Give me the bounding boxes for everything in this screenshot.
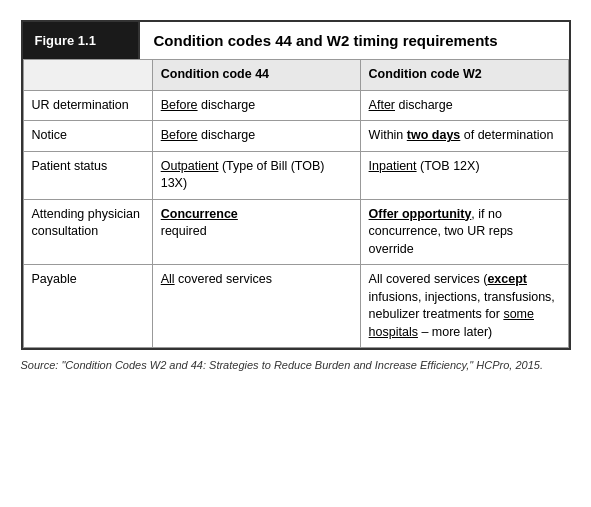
cell-physician-cc44: Concurrencerequired — [152, 199, 360, 265]
figure-title: Condition codes 44 and W2 timing require… — [138, 22, 569, 59]
cell-ur-ccw2: After discharge — [360, 90, 568, 121]
cell-notice-cc44: Before discharge — [152, 121, 360, 152]
cell-physician-ccw2: Offer opportunity, if no concurrence, tw… — [360, 199, 568, 265]
figure-container: Figure 1.1 Condition codes 44 and W2 tim… — [21, 20, 571, 350]
row-label-physician: Attending physician consultation — [23, 199, 152, 265]
row-label-payable: Payable — [23, 265, 152, 348]
table-row: Attending physician consultation Concurr… — [23, 199, 568, 265]
row-label-notice: Notice — [23, 121, 152, 152]
table-row: Patient status Outpatient (Type of Bill … — [23, 151, 568, 199]
table-header-row: Condition code 44 Condition code W2 — [23, 60, 568, 91]
table-row: Notice Before discharge Within two days … — [23, 121, 568, 152]
figure-label: Figure 1.1 — [23, 22, 138, 59]
cell-ur-cc44: Before discharge — [152, 90, 360, 121]
figure-header: Figure 1.1 Condition codes 44 and W2 tim… — [23, 22, 569, 59]
table-row: Payable All covered services All covered… — [23, 265, 568, 348]
cell-notice-ccw2: Within two days of determination — [360, 121, 568, 152]
condition-codes-table: Condition code 44 Condition code W2 UR d… — [23, 59, 569, 348]
cell-payable-cc44: All covered services — [152, 265, 360, 348]
row-label-patient-status: Patient status — [23, 151, 152, 199]
source-citation: Source: "Condition Codes W2 and 44: Stra… — [21, 358, 571, 373]
cell-ps-cc44: Outpatient (Type of Bill (TOB) 13X) — [152, 151, 360, 199]
cell-payable-ccw2: All covered services (except infusions, … — [360, 265, 568, 348]
col-header-ccw2: Condition code W2 — [360, 60, 568, 91]
col-header-empty — [23, 60, 152, 91]
cell-ps-ccw2: Inpatient (TOB 12X) — [360, 151, 568, 199]
row-label-ur: UR determination — [23, 90, 152, 121]
col-header-cc44: Condition code 44 — [152, 60, 360, 91]
table-row: UR determination Before discharge After … — [23, 90, 568, 121]
